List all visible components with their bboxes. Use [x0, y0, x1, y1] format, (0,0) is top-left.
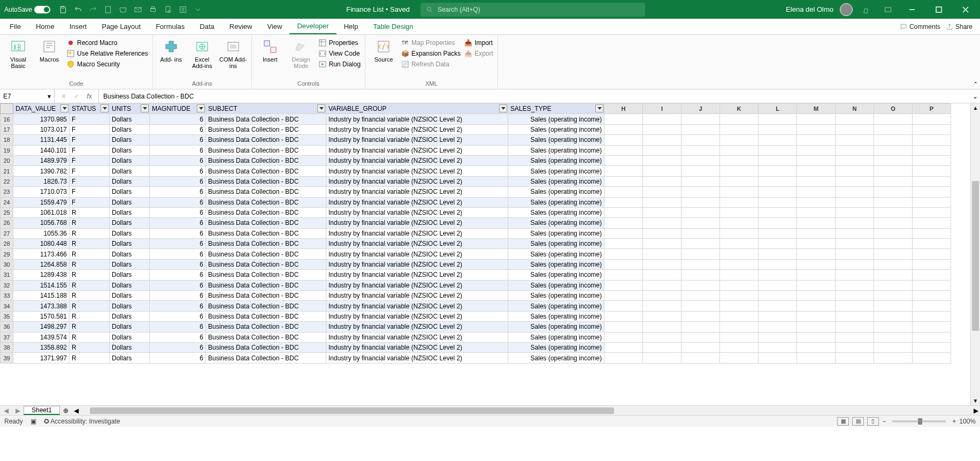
undo-icon[interactable]: [71, 2, 86, 17]
cell[interactable]: R: [70, 270, 110, 280]
expand-formula-icon[interactable]: ⌄: [970, 93, 980, 100]
cell[interactable]: 6: [150, 176, 206, 186]
cell[interactable]: Sales (operating income): [508, 342, 604, 352]
import-button[interactable]: 📥Import: [463, 38, 494, 48]
cell[interactable]: [913, 291, 951, 301]
cell[interactable]: Industry by financial variable (NZSIOC L…: [326, 155, 508, 165]
cell[interactable]: [759, 342, 797, 352]
cell[interactable]: [643, 322, 682, 332]
cell[interactable]: [643, 166, 682, 176]
cell[interactable]: [836, 207, 874, 217]
cell[interactable]: [836, 332, 874, 342]
cell[interactable]: Sales (operating income): [508, 114, 604, 124]
insert-control-button[interactable]: Insert: [255, 37, 285, 64]
cell[interactable]: [604, 259, 643, 269]
cell[interactable]: 1390.782: [13, 166, 70, 176]
cell[interactable]: [682, 301, 720, 311]
cell[interactable]: Business Data Collection - BDC: [206, 155, 326, 165]
cell[interactable]: 1826.73: [13, 176, 70, 186]
cell[interactable]: [913, 311, 951, 321]
column-header[interactable]: SUBJECT: [206, 104, 326, 114]
cell[interactable]: [643, 259, 682, 269]
relative-refs-button[interactable]: Use Relative References: [65, 49, 149, 58]
cell[interactable]: Business Data Collection - BDC: [206, 342, 326, 352]
cell[interactable]: Sales (operating income): [508, 270, 604, 280]
cell[interactable]: 1514.155: [13, 280, 70, 290]
column-header[interactable]: P: [913, 104, 951, 114]
cell[interactable]: [604, 322, 643, 332]
cell[interactable]: [720, 342, 759, 352]
row-header[interactable]: 26: [1, 218, 13, 228]
cell[interactable]: [720, 145, 759, 155]
cell[interactable]: Dollars: [110, 155, 150, 165]
cell[interactable]: Dollars: [110, 124, 150, 134]
cell[interactable]: [874, 228, 913, 238]
cell[interactable]: 6: [150, 291, 206, 301]
cell[interactable]: Sales (operating income): [508, 353, 604, 363]
cell[interactable]: Dollars: [110, 135, 150, 145]
scroll-up-icon[interactable]: ▲: [971, 103, 980, 112]
cell[interactable]: 1415.188: [13, 291, 70, 301]
cell[interactable]: Sales (operating income): [508, 228, 604, 238]
spreadsheet-grid[interactable]: DATA_VALUESTATUSUNITSMAGNITUDESUBJECTVAR…: [0, 103, 980, 405]
cell[interactable]: [913, 322, 951, 332]
cell[interactable]: Dollars: [110, 259, 150, 269]
cell[interactable]: [759, 259, 797, 269]
cell[interactable]: [797, 322, 836, 332]
expansion-packs-button[interactable]: 📦Expansion Packs: [400, 49, 462, 58]
cell[interactable]: [836, 228, 874, 238]
cell[interactable]: [604, 155, 643, 165]
cell[interactable]: Business Data Collection - BDC: [206, 311, 326, 321]
cell[interactable]: F: [70, 145, 110, 155]
row-header[interactable]: 30: [1, 259, 13, 269]
cell[interactable]: [604, 124, 643, 134]
cell[interactable]: [913, 270, 951, 280]
cell[interactable]: Sales (operating income): [508, 207, 604, 217]
scroll-thumb[interactable]: [972, 181, 979, 331]
cell[interactable]: R: [70, 218, 110, 228]
cell[interactable]: Industry by financial variable (NZSIOC L…: [326, 311, 508, 321]
save-icon[interactable]: [56, 2, 71, 17]
cell[interactable]: [874, 187, 913, 197]
cell[interactable]: 6: [150, 342, 206, 352]
cell[interactable]: Business Data Collection - BDC: [206, 228, 326, 238]
cell[interactable]: 1473.388: [13, 301, 70, 311]
cell[interactable]: [604, 270, 643, 280]
cell[interactable]: Industry by financial variable (NZSIOC L…: [326, 301, 508, 311]
cell[interactable]: [682, 197, 720, 207]
cell[interactable]: Dollars: [110, 207, 150, 217]
filter-dropdown-icon[interactable]: [317, 104, 325, 112]
cell[interactable]: [643, 280, 682, 290]
cell[interactable]: [604, 249, 643, 259]
cell[interactable]: F: [70, 124, 110, 134]
column-header[interactable]: L: [759, 104, 797, 114]
cell[interactable]: [836, 280, 874, 290]
column-header[interactable]: DATA_VALUE: [13, 104, 70, 114]
cell[interactable]: Dollars: [110, 145, 150, 155]
cell[interactable]: [643, 353, 682, 363]
cell[interactable]: [682, 187, 720, 197]
cell[interactable]: [874, 239, 913, 249]
cell[interactable]: 1439.574: [13, 332, 70, 342]
filter-dropdown-icon[interactable]: [197, 104, 205, 112]
cell[interactable]: [759, 197, 797, 207]
cell[interactable]: Dollars: [110, 342, 150, 352]
cell[interactable]: [682, 249, 720, 259]
cell[interactable]: [836, 124, 874, 134]
cell[interactable]: [759, 176, 797, 186]
cell[interactable]: [643, 239, 682, 249]
cell[interactable]: 1289.438: [13, 270, 70, 280]
cell[interactable]: 1073.017: [13, 124, 70, 134]
properties-button[interactable]: Properties: [317, 38, 362, 48]
cell[interactable]: [797, 145, 836, 155]
cell[interactable]: F: [70, 114, 110, 124]
enter-formula-icon[interactable]: ✓: [71, 90, 82, 102]
cell[interactable]: [720, 301, 759, 311]
cell[interactable]: [720, 155, 759, 165]
cell[interactable]: 1570.581: [13, 311, 70, 321]
scroll-left-icon[interactable]: ◀: [72, 407, 80, 414]
cell[interactable]: [836, 155, 874, 165]
cell[interactable]: [682, 322, 720, 332]
cell[interactable]: [913, 259, 951, 269]
cell[interactable]: [720, 291, 759, 301]
